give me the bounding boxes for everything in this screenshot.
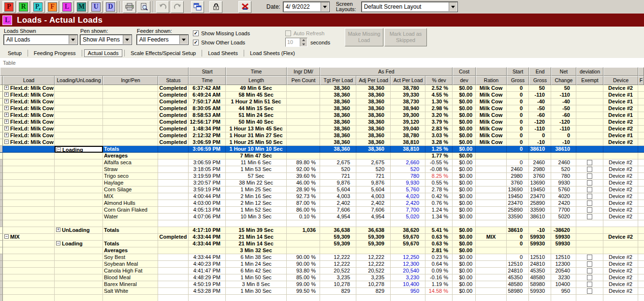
- empty-row[interactable]: [0, 295, 644, 301]
- col-header-time[interactable]: Time: [189, 76, 226, 85]
- print-preview-button[interactable]: [137, 1, 150, 13]
- ingredient-row[interactable]: Salt White4:53:28 PM1 Min 30 Sec99.50 %8…: [0, 288, 644, 295]
- ingredient-row[interactable]: Haylage3:20:57 PM38 Min 22 Sec46.00 %9,8…: [0, 180, 644, 186]
- screen-layouts-dropdown-button[interactable]: [449, 2, 457, 11]
- col-header-sg[interactable]: Gross: [507, 76, 529, 85]
- load-row[interactable]: −MIXCompleted4:33:44 PM21 Min 14 Sec59,3…: [0, 234, 644, 241]
- exempt-checkbox[interactable]: [587, 255, 592, 260]
- expand-icon[interactable]: +: [4, 119, 9, 124]
- expand-icon[interactable]: +: [56, 228, 60, 232]
- exempt-checkbox[interactable]: [587, 275, 592, 280]
- tab-setup[interactable]: Setup: [4, 49, 26, 57]
- loads-shown-dropdown-button[interactable]: [69, 35, 77, 44]
- ingredient-row[interactable]: Water4:07:06 PM10 Min 3 Sec0.10 %4,9544,…: [0, 214, 644, 220]
- exempt-checkbox[interactable]: [587, 268, 592, 273]
- col-header-f[interactable]: F: [638, 76, 644, 85]
- mark-load-skipped-button[interactable]: Mark Load as Skipped: [384, 28, 427, 46]
- exempt-checkbox[interactable]: [587, 207, 592, 213]
- exempt-checkbox[interactable]: [587, 194, 592, 199]
- feeder-shown-dropdown[interactable]: All Feeders: [137, 35, 188, 44]
- expand-icon[interactable]: +: [4, 133, 9, 137]
- loads-shown-dropdown[interactable]: All Loads: [4, 35, 77, 44]
- load-row[interactable]: −FlexLd: Milk CowCompleted3:06:59 PM1 Ho…: [0, 139, 644, 146]
- exempt-checkbox[interactable]: [587, 282, 592, 287]
- col-header-cost[interactable]: dev: [453, 76, 476, 85]
- stepper-down-icon[interactable]: [300, 43, 307, 47]
- col-header-tgt[interactable]: Tgt Per Load: [320, 76, 356, 85]
- ingredient-row[interactable]: Soy Best4:33:44 PM6 Min 38 Sec90.00 %12,…: [0, 254, 644, 261]
- ingredient-row[interactable]: Barex Mineral4:50:19 PM3 Min 8 Sec99.00 …: [0, 281, 644, 288]
- exempt-checkbox[interactable]: [587, 173, 592, 179]
- feeder-shown-dropdown-button[interactable]: [179, 35, 188, 44]
- collapse-icon[interactable]: −: [56, 241, 60, 245]
- collapse-icon[interactable]: −: [4, 234, 9, 239]
- tab-actual-loads[interactable]: Actual Loads: [84, 49, 123, 57]
- expand-icon[interactable]: +: [4, 113, 9, 117]
- ingredient-row[interactable]: Soybean Meal4:40:23 PM1 Min 24 Sec90.00 …: [0, 261, 644, 268]
- tab-feeding-progress[interactable]: Feeding Progress: [30, 49, 80, 57]
- col-header-exempt[interactable]: Exempt: [576, 76, 603, 85]
- load-row[interactable]: +FlexLd: Milk CowCompleted2:12:32 PM1 Ho…: [0, 132, 644, 139]
- refresh-seconds-stepper[interactable]: 10: [285, 38, 307, 47]
- exempt-checkbox[interactable]: [587, 288, 592, 294]
- exempt-checkbox[interactable]: [587, 167, 592, 172]
- ingredient-row[interactable]: Straw3:18:05 PM1 Min 53 Sec92.00 %520520…: [0, 166, 644, 173]
- ingredient-row[interactable]: MIX4:00:44 PM2 Min 16 Sec92.73 %4,0034,0…: [0, 193, 644, 200]
- exempt-checkbox[interactable]: [587, 214, 592, 219]
- tab-scale-effects-special-setup[interactable]: Scale Effects/Special Setup: [127, 49, 200, 57]
- undo-button[interactable]: [156, 1, 169, 13]
- col-header-pdev[interactable]: % dev: [425, 76, 453, 85]
- col-header-ingr[interactable]: Ingr/Pen: [103, 76, 158, 85]
- ingredient-row[interactable]: Alfalfa seca3:06:59 PM11 Min 6 Sec89.80 …: [0, 159, 644, 166]
- col-header-net[interactable]: Change: [551, 76, 576, 85]
- col-header-adj[interactable]: Adj Per Load: [356, 76, 391, 85]
- switch-windows-button[interactable]: [191, 1, 204, 13]
- col-header-pencount[interactable]: Pen Count: [287, 76, 320, 85]
- averages-row[interactable]: Averages7 Min 47 Sec1.77 %$0.00: [0, 153, 644, 159]
- totals-row[interactable]: +UnLoadingTotals4:17:10 PM15 Min 39 Sec1…: [0, 227, 644, 234]
- load-row[interactable]: +FlexLd: Milk CowCompleted6:49:24 AM58 M…: [0, 92, 644, 99]
- col-header-eg[interactable]: Gross: [529, 76, 551, 85]
- load-row[interactable]: +FlexLd: Milk CowCompleted7:50:17 AM1 Ho…: [0, 99, 644, 105]
- load-row[interactable]: +FlexLd: Milk CowCompleted1:48:34 PM1 Ho…: [0, 126, 644, 132]
- load-row[interactable]: +FlexLd: Milk CowCompleted8:30:05 AM44 M…: [0, 105, 644, 112]
- toolbar-button-u[interactable]: U: [89, 1, 102, 13]
- ingredient-row[interactable]: Trigo seco3:19:59 PM57 Sec39.60 %7217217…: [0, 173, 644, 180]
- make-missing-load-button[interactable]: Make Missing Load: [345, 28, 383, 46]
- col-header-device[interactable]: Device: [603, 76, 638, 85]
- exempt-checkbox[interactable]: [587, 201, 592, 206]
- expand-icon[interactable]: +: [4, 99, 9, 103]
- col-header-act[interactable]: Act Per Load: [391, 76, 425, 85]
- stepper-up-icon[interactable]: [300, 38, 307, 43]
- printer-button[interactable]: [123, 1, 136, 13]
- exempt-checkbox[interactable]: [587, 160, 592, 165]
- col-header-load[interactable]: Load: [3, 76, 55, 85]
- col-header-loadun[interactable]: Loading/UnLoading: [55, 76, 103, 85]
- toolbar-button-f[interactable]: F: [46, 1, 59, 13]
- pen-shown-dropdown-button[interactable]: [123, 35, 131, 44]
- expand-icon[interactable]: +: [4, 106, 9, 110]
- toolbar-button-pr[interactable]: Pr: [31, 1, 44, 13]
- exempt-checkbox[interactable]: [587, 187, 592, 192]
- ingredient-row[interactable]: Corn Silage3:59:19 PM1 Min 25 Sec28.90 %…: [0, 186, 644, 193]
- selected-totals-row[interactable]: −LoadingTotals3:06:59 PM1 Hour 10 Min 10…: [0, 146, 644, 153]
- col-header-status[interactable]: Status: [158, 76, 189, 85]
- ingredient-row[interactable]: Almond Hulls4:03:00 PM2 Min 12 Sec87.00 …: [0, 200, 644, 207]
- col-header-length[interactable]: Length: [226, 76, 287, 85]
- redo-button[interactable]: [171, 1, 184, 13]
- tab-load-sheets[interactable]: Load Sheets: [204, 49, 242, 57]
- ingredient-row[interactable]: Blood Meal4:48:29 PM1 Min 50 Sec85.00 %3…: [0, 274, 644, 281]
- pen-shown-dropdown[interactable]: Show All Pens: [80, 35, 132, 44]
- toolbar-button-d[interactable]: D: [104, 1, 117, 13]
- collapse-icon[interactable]: −: [57, 147, 61, 152]
- load-row[interactable]: +FlexLd: Milk CowCompleted8:58:53 AM51 M…: [0, 112, 644, 119]
- toolbar-button-p[interactable]: P: [2, 1, 15, 13]
- expand-icon[interactable]: +: [4, 126, 9, 130]
- ingredient-row[interactable]: Corn Grain Flaked4:05:13 PM1 Min 52 Sec8…: [0, 207, 644, 214]
- screen-layouts-dropdown[interactable]: Default Screen Layout: [362, 2, 457, 12]
- toolbar-button-m[interactable]: M: [75, 1, 88, 13]
- expand-icon[interactable]: +: [4, 86, 9, 90]
- show-other-loads-checkbox[interactable]: [193, 40, 199, 45]
- exempt-checkbox[interactable]: [587, 180, 592, 186]
- show-missing-loads-checkbox[interactable]: [193, 30, 199, 36]
